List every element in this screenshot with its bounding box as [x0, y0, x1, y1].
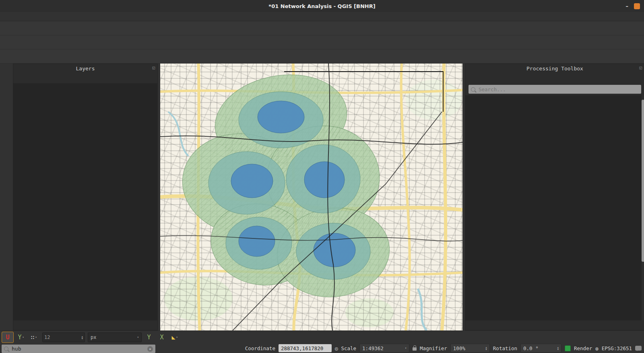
- magnifier-spinner[interactable]: 100%▲▼: [450, 344, 490, 353]
- map-graphic: [160, 64, 462, 330]
- title-bar: *01 Network Analysis - QGIS [BNHR] –: [0, 0, 644, 12]
- snap-units-select[interactable]: px▾: [88, 332, 142, 342]
- messages-icon[interactable]: [635, 346, 642, 351]
- locator-input[interactable]: [11, 345, 145, 352]
- crs-globe-icon: ◍: [595, 345, 599, 351]
- processing-scrollbar[interactable]: [642, 95, 644, 320]
- data-source-toolbar: [0, 64, 13, 330]
- locator-bar[interactable]: ✕: [2, 345, 155, 353]
- layers-panel: Layers ◱: [13, 64, 158, 330]
- locator-search-icon: [4, 347, 8, 351]
- snap-intersection-button[interactable]: X: [156, 332, 167, 343]
- layers-tree: [13, 83, 157, 320]
- status-bar: U Y▾ ∷▾ 12▲▼ px▾ Y X ◣▾ ✕ Coordinate 288…: [0, 330, 644, 353]
- coordinate-label: Coordinate: [245, 345, 275, 351]
- processing-toolbox-panel: Processing Toolbox ◱: [465, 64, 644, 330]
- right-dock-tabs: [465, 320, 644, 330]
- rotation-label: Rotation: [493, 345, 517, 351]
- snap-mode-button[interactable]: ∷▾: [28, 332, 39, 343]
- menu-bar: [0, 12, 644, 21]
- processing-tree: [465, 95, 644, 320]
- layers-float-icon[interactable]: ◱: [152, 65, 155, 70]
- map-canvas[interactable]: [160, 64, 462, 330]
- processing-panel-title: Processing Toolbox: [526, 66, 583, 72]
- toolbar-row-2: [0, 35, 644, 49]
- render-checkbox[interactable]: [565, 345, 571, 351]
- close-button[interactable]: [634, 3, 640, 9]
- topological-editing-button[interactable]: Y: [143, 332, 155, 343]
- processing-search-input[interactable]: [478, 86, 639, 93]
- snap-tolerance-spinner[interactable]: 12▲▼: [42, 332, 85, 342]
- magnifier-label: Magnifier: [420, 345, 447, 351]
- scale-select[interactable]: 1:49362▾: [359, 344, 409, 353]
- processing-float-icon[interactable]: ◱: [639, 65, 642, 70]
- toolbar-row-1: [0, 21, 644, 35]
- search-icon: [471, 87, 475, 92]
- layers-panel-title: Layers: [76, 66, 95, 72]
- left-dock-tabs: [13, 320, 157, 330]
- layers-panel-toolbar: [13, 73, 157, 83]
- locator-clear-icon[interactable]: ✕: [147, 346, 153, 352]
- processing-toolbar: [465, 73, 644, 83]
- snapping-toolbar: U Y▾ ∷▾ 12▲▼ px▾ Y X ◣▾: [2, 332, 180, 343]
- lock-scale-icon[interactable]: [413, 347, 417, 351]
- qgis-window: *01 Network Analysis - QGIS [BNHR] – Lay…: [0, 0, 644, 353]
- crs-status: EPSG:32651: [602, 345, 632, 351]
- minimize-button[interactable]: –: [626, 3, 629, 9]
- window-title: *01 Network Analysis - QGIS [BNHR]: [268, 3, 375, 9]
- render-label: Render: [574, 345, 592, 351]
- scale-label: Scale: [341, 345, 356, 351]
- processing-search[interactable]: [469, 85, 641, 94]
- coordinate-field[interactable]: 288743,1617820: [279, 344, 332, 352]
- toolbar-row-3: [0, 49, 644, 64]
- rotation-spinner[interactable]: 0.0 °▲▼: [520, 344, 561, 353]
- snapping-toggle-button[interactable]: U: [2, 332, 14, 343]
- snap-vertex-button[interactable]: Y▾: [15, 332, 27, 343]
- avoid-overlap-button[interactable]: ◣▾: [169, 332, 180, 343]
- mouse-position-icon[interactable]: ◎: [335, 345, 338, 351]
